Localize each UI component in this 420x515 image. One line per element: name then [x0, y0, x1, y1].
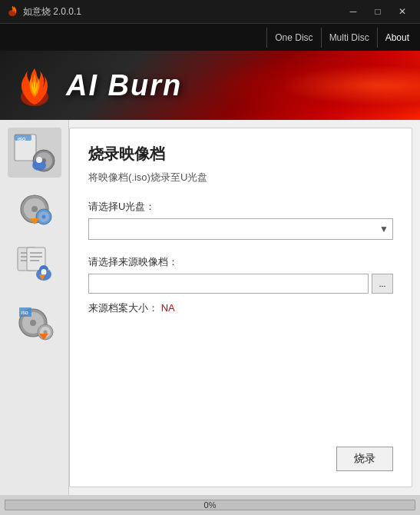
content-panel: 烧录映像档 将映像档(.iso)烧录至U光盘 请选择U光盘： ▼ 请选择来源映像…	[69, 128, 412, 487]
one-disc-tab[interactable]: One Disc	[266, 28, 320, 48]
drive-label: 请选择U光盘：	[88, 200, 393, 214]
header: AI Burn	[0, 51, 420, 120]
minimize-button[interactable]: ─	[342, 4, 365, 19]
section-subtitle: 将映像档(.iso)烧录至U光盘	[88, 171, 393, 184]
app-title: AI Burn	[66, 69, 182, 102]
file-path-input[interactable]	[88, 274, 369, 294]
progress-area: 0%	[0, 495, 420, 515]
sidebar-item-iso-burn[interactable]: ISO	[8, 128, 61, 178]
multi-disc-tab[interactable]: Multi Disc	[321, 28, 377, 48]
nav-bar: One Disc Multi Disc About	[0, 23, 420, 51]
progress-label: 0%	[204, 500, 217, 510]
title-bar-left: 如意烧 2.0.0.1	[6, 5, 81, 18]
svg-point-39	[43, 331, 47, 334]
sidebar-item-disc2[interactable]	[8, 184, 61, 234]
disc2-icon	[12, 188, 58, 230]
drive-select-wrapper: ▼	[88, 218, 393, 240]
sidebar: ISO	[0, 120, 69, 495]
flame-logo-icon	[15, 65, 54, 107]
maximize-button[interactable]: □	[366, 4, 389, 19]
iso-burn-icon: ISO	[12, 131, 58, 174]
burn-btn-row: 烧录	[88, 447, 393, 471]
window-controls: ─ □ ✕	[342, 4, 414, 19]
file-input-row: ...	[88, 274, 393, 294]
browse-button[interactable]: ...	[372, 274, 393, 294]
svg-point-14	[31, 206, 38, 212]
svg-point-10	[36, 157, 42, 163]
drive-select[interactable]	[88, 218, 393, 240]
section-title: 烧录映像档	[88, 144, 393, 164]
file-size-value: NA	[161, 302, 175, 314]
burn-button[interactable]: 烧录	[336, 447, 393, 471]
svg-point-29	[41, 269, 46, 275]
iso-burn2-icon: ISO	[12, 300, 58, 342]
close-button[interactable]: ✕	[391, 4, 414, 19]
svg-text:ISO: ISO	[18, 137, 26, 141]
file-size-text: 来源档案大小：	[88, 302, 158, 314]
window-title: 如意烧 2.0.0.1	[23, 5, 81, 18]
svg-point-36	[30, 320, 36, 326]
sidebar-item-doc[interactable]	[8, 240, 61, 290]
app-icon	[6, 5, 18, 18]
about-tab[interactable]: About	[377, 28, 417, 48]
doc-icon	[12, 244, 58, 286]
svg-point-17	[41, 215, 45, 219]
progress-bar-container: 0%	[5, 500, 415, 510]
svg-text:ISO: ISO	[21, 311, 28, 315]
title-bar: 如意烧 2.0.0.1 ─ □ ✕	[0, 0, 420, 23]
sidebar-item-iso-burn2[interactable]: ISO	[8, 296, 61, 346]
file-label: 请选择来源映像档：	[88, 255, 393, 269]
main-area: ISO	[0, 120, 420, 495]
file-size-label: 来源档案大小： NA	[88, 301, 393, 315]
